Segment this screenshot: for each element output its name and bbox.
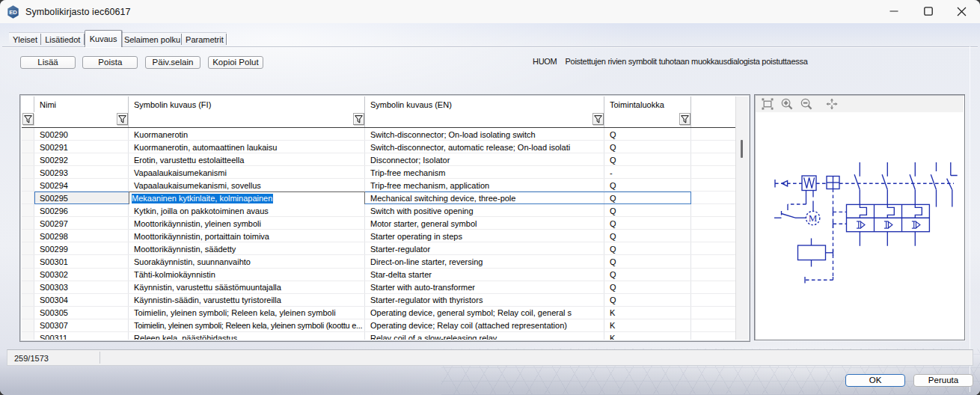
cell-description-fi[interactable]: Vapaalaukaisumekanismi bbox=[129, 166, 365, 179]
cell-description-en[interactable]: Switch-disconnector, automatic release; … bbox=[365, 141, 604, 153]
row-selector-cell[interactable] bbox=[22, 179, 34, 192]
cell-description-en[interactable]: Switch-disconnector; On-load isolating s… bbox=[365, 128, 604, 141]
filter-input-2[interactable] bbox=[129, 112, 365, 128]
cell-name[interactable]: S00290 bbox=[34, 128, 129, 141]
cell-description-fi[interactable]: Erotin, varustettu estolaitteella bbox=[129, 153, 365, 166]
cell-description-en[interactable]: Disconnector; Isolator bbox=[365, 153, 604, 166]
cell-class[interactable]: Q bbox=[604, 294, 691, 307]
tab-kuvaus[interactable]: Kuvaus bbox=[85, 30, 123, 47]
filter-button[interactable] bbox=[592, 113, 604, 125]
row-selector-cell[interactable] bbox=[22, 141, 34, 153]
cell-description-fi[interactable]: Kuormanerotin, automaattinen laukaisu bbox=[129, 141, 365, 153]
cell-name[interactable]: S00298 bbox=[34, 230, 129, 242]
cancel-button[interactable]: Peruuta bbox=[913, 374, 973, 387]
row-selector-cell[interactable] bbox=[22, 319, 34, 332]
cell-class[interactable]: Q bbox=[604, 153, 691, 166]
cell-description-fi[interactable]: Toimielin, yleinen symboli; Releen kela,… bbox=[129, 307, 365, 319]
cell-class[interactable]: Q bbox=[604, 230, 691, 242]
cell-class[interactable]: Q bbox=[604, 204, 691, 217]
cell-description-fi[interactable]: Moottorikäynnistin, yleinen symboli bbox=[129, 217, 365, 230]
filter-button[interactable] bbox=[353, 113, 364, 125]
button-poista[interactable]: Poista bbox=[82, 56, 138, 69]
table-row[interactable]: S00311Releen kela, päästöhidastusRelay c… bbox=[22, 332, 748, 340]
cell-name[interactable]: S00303 bbox=[34, 281, 129, 294]
zoom-in-button[interactable] bbox=[777, 97, 797, 111]
cell-description-en[interactable]: Trip-free mechanism, application bbox=[365, 179, 604, 192]
column-header[interactable]: Toimintaluokka bbox=[604, 97, 691, 112]
cell-name[interactable]: S00302 bbox=[34, 269, 129, 281]
cell-description-fi[interactable]: Käynnistin, varustettu säästömuuntajalla bbox=[129, 281, 365, 294]
table-row[interactable]: S00302Tähti-kolmiokäynnistinStar-delta s… bbox=[22, 269, 748, 281]
tab-yleiset[interactable]: Yleiset bbox=[9, 32, 41, 46]
cell-class[interactable]: Q bbox=[604, 192, 691, 204]
row-selector-cell[interactable] bbox=[22, 294, 34, 307]
cell-class[interactable]: K bbox=[604, 307, 691, 319]
cell-class[interactable]: Q bbox=[604, 255, 691, 268]
cell-name[interactable]: S00295 bbox=[34, 192, 129, 204]
column-header[interactable]: Symbolin kuvaus (EN) bbox=[365, 97, 604, 112]
cell-name[interactable]: S00293 bbox=[34, 166, 129, 179]
cell-description-fi[interactable]: Releen kela, päästöhidastus bbox=[129, 332, 365, 340]
table-row[interactable]: S00305Toimielin, yleinen symboli; Releen… bbox=[22, 307, 748, 319]
cell-description-en[interactable]: Direct-on-line starter, reversing bbox=[365, 255, 604, 268]
table-row[interactable]: S00299Moottorikäynnistin, säädettyStarte… bbox=[22, 242, 748, 255]
cell-description-en[interactable]: Operating device, general symbol; Relay … bbox=[365, 307, 604, 319]
tab-lis-tiedot[interactable]: Lisätiedot bbox=[41, 32, 85, 46]
cell-name[interactable]: S00291 bbox=[34, 141, 129, 153]
table-row[interactable]: S00293VapaalaukaisumekanismiTrip-free me… bbox=[22, 166, 748, 179]
cell-class[interactable]: Q bbox=[604, 242, 691, 255]
cell-edit-box[interactable]: Mekaaninen kytkinlaite, kolminapainen bbox=[129, 192, 365, 204]
cell-name[interactable]: S00305 bbox=[34, 307, 129, 319]
button-p-iv-selain[interactable]: Päiv.selain bbox=[145, 56, 200, 69]
cell-class[interactable]: Q bbox=[604, 269, 691, 281]
row-selector-cell[interactable] bbox=[22, 217, 34, 230]
cell-name[interactable]: S00304 bbox=[34, 294, 129, 307]
filter-button[interactable] bbox=[679, 113, 690, 125]
table-row[interactable]: S00301Suorakäynnistin, suunnanvaihtoDire… bbox=[22, 255, 748, 268]
cell-class[interactable]: - bbox=[604, 166, 691, 179]
tab-selaimen-polku[interactable]: Selaimen polku bbox=[122, 32, 182, 46]
cell-class[interactable]: K bbox=[604, 319, 691, 332]
minimize-button[interactable] bbox=[877, 0, 910, 22]
cell-description-en[interactable]: Motor starter, general symbol bbox=[365, 217, 604, 230]
table-row[interactable]: S00295Mekaaninen kytkinlaite, kolminapai… bbox=[22, 192, 748, 204]
cell-class[interactable]: Q bbox=[604, 217, 691, 230]
maximize-button[interactable] bbox=[911, 0, 945, 22]
cell-class[interactable]: Q bbox=[604, 179, 691, 192]
cell-description-fi[interactable]: Moottorikäynnistin, säädetty bbox=[129, 242, 365, 255]
row-selector-cell[interactable] bbox=[22, 255, 34, 268]
cell-description-en[interactable]: Starter-regulator bbox=[365, 242, 604, 255]
vertical-scrollbar[interactable] bbox=[735, 97, 748, 340]
row-selector-cell[interactable] bbox=[22, 204, 34, 217]
cell-class[interactable]: K bbox=[604, 332, 691, 340]
tab-parametrit[interactable]: Parametrit bbox=[182, 32, 227, 46]
cell-name[interactable]: S00297 bbox=[34, 217, 129, 230]
cell-name[interactable]: S00307 bbox=[34, 319, 129, 332]
cell-name[interactable]: S00292 bbox=[34, 153, 129, 166]
table-row[interactable]: S00291Kuormanerotin, automaattinen lauka… bbox=[22, 141, 748, 153]
row-selector-cell[interactable] bbox=[22, 281, 34, 294]
row-selector-cell[interactable] bbox=[22, 128, 34, 141]
row-selector-cell[interactable] bbox=[22, 242, 34, 255]
row-selector-cell[interactable] bbox=[22, 332, 34, 340]
filter-input-4[interactable] bbox=[604, 112, 691, 128]
row-selector-cell[interactable] bbox=[22, 269, 34, 281]
table-row[interactable]: S00292Erotin, varustettu estolaitteellaD… bbox=[22, 153, 748, 166]
cell-description-fi[interactable]: Käynnistin-säädin, varustettu tyristorei… bbox=[129, 294, 365, 307]
ok-button[interactable]: OK bbox=[845, 374, 905, 387]
row-selector-cell[interactable] bbox=[22, 307, 34, 319]
cell-description-en[interactable]: Starter operating in steps bbox=[365, 230, 604, 242]
button-lis-[interactable]: Lisää bbox=[20, 56, 76, 69]
close-button[interactable] bbox=[945, 0, 979, 22]
cell-description-en[interactable]: Starter-regulator with thyristors bbox=[365, 294, 604, 307]
cell-description-fi[interactable]: Tähti-kolmiokäynnistin bbox=[129, 269, 365, 281]
cell-description-fi[interactable]: Kuormanerotin bbox=[129, 128, 365, 141]
cell-class[interactable]: Q bbox=[604, 141, 691, 153]
cell-class[interactable]: Q bbox=[604, 128, 691, 141]
filter-button[interactable] bbox=[117, 113, 128, 125]
table-row[interactable]: S00290KuormanerotinSwitch-disconnector; … bbox=[22, 128, 748, 141]
table-row[interactable]: S00294Vapaalaukaisumekanismi, sovellusTr… bbox=[22, 179, 748, 192]
cell-description-en[interactable]: Switch with positive opening bbox=[365, 204, 604, 217]
cell-description-fi[interactable]: Kytkin, joilla on pakkotoiminen avaus bbox=[129, 204, 365, 217]
cell-description-en[interactable]: Mechanical switching device, three-pole bbox=[365, 192, 604, 204]
